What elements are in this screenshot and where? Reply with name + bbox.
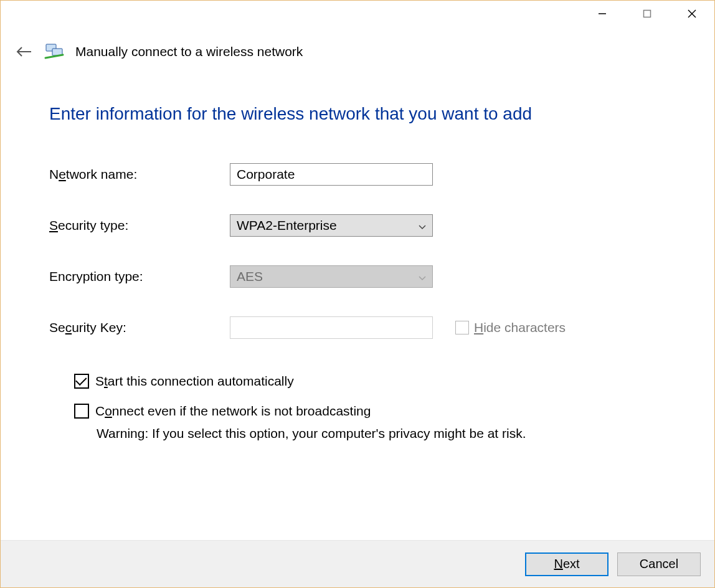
page-title: Manually connect to a wireless network (75, 44, 303, 59)
row-security-key: Security Key: Hide characters (49, 316, 666, 339)
maximize-button[interactable] (625, 2, 670, 26)
security-type-label: Security type: (49, 218, 230, 233)
back-button[interactable] (16, 43, 33, 60)
network-icon (44, 42, 64, 62)
chevron-down-icon (419, 218, 426, 233)
auto-start-checkbox[interactable] (74, 374, 89, 389)
next-button[interactable]: Next (525, 552, 608, 576)
hide-characters-label: Hide characters (474, 320, 566, 335)
titlebar (1, 1, 714, 29)
security-key-label: Security Key: (49, 320, 230, 335)
header-row: Manually connect to a wireless network (1, 38, 714, 65)
hide-characters-option: Hide characters (433, 320, 566, 335)
hide-characters-checkbox (455, 321, 469, 334)
content-area: Enter information for the wireless netwo… (1, 65, 714, 540)
security-type-select[interactable]: WPA2-Enterprise (230, 214, 433, 237)
chevron-down-icon (419, 269, 426, 284)
svg-rect-1 (644, 11, 651, 17)
wizard-window: Manually connect to a wireless network E… (0, 0, 715, 588)
encryption-type-value: AES (237, 269, 263, 284)
security-key-input (230, 316, 433, 339)
row-encryption-type: Encryption type: AES (49, 265, 666, 288)
connect-hidden-option[interactable]: Connect even if the network is not broad… (74, 404, 666, 419)
encryption-type-select: AES (230, 265, 433, 288)
main-heading: Enter information for the wireless netwo… (49, 103, 666, 125)
minimize-button[interactable] (580, 2, 625, 26)
network-name-input[interactable] (230, 163, 433, 186)
connect-hidden-label: Connect even if the network is not broad… (95, 404, 371, 419)
footer: Next Cancel (1, 540, 714, 587)
row-security-type: Security type: WPA2-Enterprise (49, 214, 666, 237)
connect-hidden-checkbox[interactable] (74, 404, 89, 419)
auto-start-label: Start this connection automatically (95, 374, 294, 389)
network-name-label: Network name: (49, 167, 230, 182)
broadcast-warning: Warning: If you select this option, your… (97, 426, 666, 441)
security-type-value: WPA2-Enterprise (237, 218, 337, 233)
encryption-type-label: Encryption type: (49, 269, 230, 284)
close-button[interactable] (670, 2, 714, 26)
cancel-button[interactable]: Cancel (617, 552, 701, 576)
auto-start-option[interactable]: Start this connection automatically (74, 374, 666, 389)
row-network-name: Network name: (49, 163, 666, 186)
